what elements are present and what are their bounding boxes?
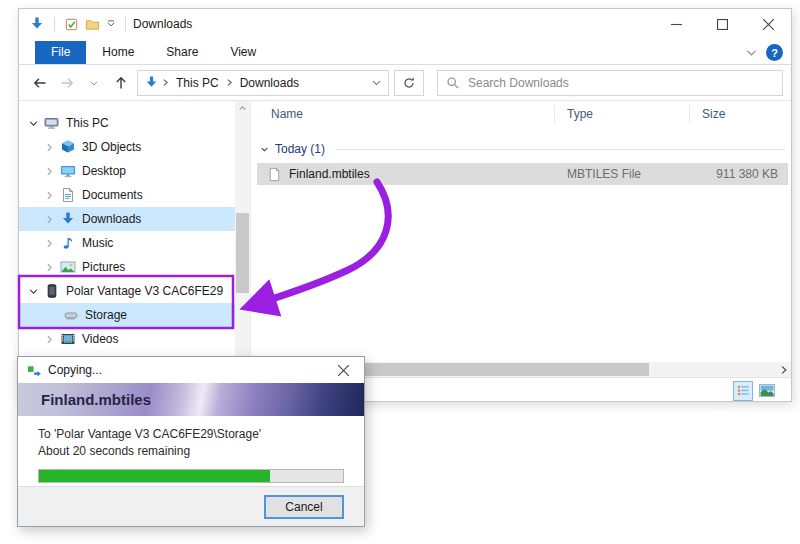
- document-icon: [60, 187, 76, 203]
- chevron-right-icon[interactable]: [43, 237, 56, 250]
- sidebar-item-label: Polar Vantage V3 CAC6FE29: [63, 284, 223, 298]
- tab-share[interactable]: Share: [150, 41, 214, 64]
- scroll-right-icon[interactable]: [776, 362, 791, 377]
- qat-dropdown-icon[interactable]: [106, 19, 116, 29]
- column-headers: Name Type Size: [251, 101, 791, 127]
- chevron-right-icon[interactable]: [43, 189, 56, 202]
- copying-file-name: Finland.mbtiles: [41, 391, 151, 408]
- forward-button[interactable]: [56, 72, 78, 94]
- sidebar-item-label: Desktop: [79, 164, 126, 178]
- explorer-window: Downloads File Home Share View ? This PC…: [18, 8, 792, 402]
- thumbnail-view-button[interactable]: [757, 381, 777, 401]
- search-box: [437, 70, 783, 96]
- close-button[interactable]: [745, 9, 791, 39]
- file-row-finland-mbtiles[interactable]: Finland.mbtiles MBTILES File 911 380 KB: [257, 163, 788, 185]
- ribbon-tabs: File Home Share View ?: [19, 39, 791, 65]
- group-label: Today (1): [275, 142, 325, 156]
- copy-dialog-banner: Finland.mbtiles: [18, 383, 364, 416]
- progress-fill: [39, 470, 270, 482]
- file-type: MBTILES File: [557, 167, 694, 181]
- sidebar-item-polar-vantage[interactable]: Polar Vantage V3 CAC6FE29: [19, 279, 235, 303]
- music-note-icon: [60, 235, 76, 251]
- portable-device-icon: [44, 283, 60, 299]
- sidebar-item-label: Pictures: [79, 260, 125, 274]
- group-divider: [336, 149, 785, 150]
- file-icon: [267, 167, 282, 182]
- chevron-right-icon[interactable]: [43, 333, 56, 346]
- chevron-down-icon[interactable]: [27, 285, 40, 298]
- chevron-right-icon[interactable]: [43, 213, 56, 226]
- sidebar-item-label: Storage: [82, 308, 127, 322]
- help-icon[interactable]: ?: [766, 44, 783, 61]
- scroll-up-icon[interactable]: [235, 101, 250, 116]
- sidebar-item-label: Documents: [79, 188, 143, 202]
- sidebar-scrollbar[interactable]: [235, 101, 250, 377]
- sidebar-item-pictures[interactable]: Pictures: [19, 255, 235, 279]
- title-bar: Downloads: [19, 9, 791, 39]
- details-view-button[interactable]: [733, 381, 753, 401]
- copy-dialog-title-bar: Copying...: [18, 357, 364, 383]
- chevron-right-icon[interactable]: [43, 141, 56, 154]
- maximize-button[interactable]: [699, 9, 745, 39]
- expand-ribbon-icon[interactable]: [745, 46, 758, 59]
- address-dropdown-icon[interactable]: [371, 77, 382, 88]
- copy-destination: To 'Polar Vantage V3 CAC6FE29\Storage': [38, 426, 344, 443]
- chevron-right-icon[interactable]: [43, 165, 56, 178]
- recent-locations-icon[interactable]: [83, 72, 105, 94]
- sidebar-item-documents[interactable]: Documents: [19, 183, 235, 207]
- tab-view[interactable]: View: [214, 41, 272, 64]
- breadcrumb-this-pc[interactable]: This PC: [172, 76, 223, 90]
- group-header-today[interactable]: Today (1): [259, 139, 785, 159]
- column-header-name[interactable]: Name: [251, 105, 555, 123]
- sidebar-item-label: Videos: [79, 332, 118, 346]
- downloads-icon: [60, 211, 76, 227]
- copy-dialog-footer: Cancel: [18, 486, 364, 526]
- pictures-icon: [60, 259, 76, 275]
- file-size: 911 380 KB: [694, 167, 788, 181]
- sidebar-item-3d-objects[interactable]: 3D Objects: [19, 135, 235, 159]
- divider: [125, 17, 126, 31]
- sidebar-item-downloads[interactable]: Downloads: [19, 207, 235, 231]
- sidebar-item-this-pc[interactable]: This PC: [19, 111, 235, 135]
- sidebar-item-videos[interactable]: Videos: [19, 327, 235, 351]
- chevron-right-icon[interactable]: [43, 261, 56, 274]
- column-header-type[interactable]: Type: [555, 105, 690, 123]
- sidebar-item-desktop[interactable]: Desktop: [19, 159, 235, 183]
- window-title: Downloads: [133, 17, 192, 31]
- computer-icon: [44, 115, 60, 131]
- sidebar-item-label: This PC: [63, 116, 109, 130]
- breadcrumb-downloads[interactable]: Downloads: [236, 76, 303, 90]
- file-list-pane: Name Type Size Today (1) Finland.mbtiles…: [250, 101, 791, 377]
- up-button[interactable]: [110, 72, 132, 94]
- back-button[interactable]: [29, 72, 51, 94]
- videos-icon: [60, 331, 76, 347]
- refresh-icon: [402, 76, 416, 90]
- thumbnail-view-icon: [759, 384, 775, 397]
- downloads-window-icon: [29, 16, 45, 32]
- refresh-button[interactable]: [394, 70, 424, 96]
- qat-checkbox-icon[interactable]: [64, 17, 79, 32]
- sidebar-scrollbar-thumb[interactable]: [236, 213, 249, 293]
- sidebar-item-label: Music: [79, 236, 113, 250]
- address-bar[interactable]: This PC Downloads: [137, 70, 389, 96]
- navigation-pane: This PC 3D Objects Desktop Documents Dow: [19, 101, 235, 377]
- 3d-cube-icon: [60, 139, 76, 155]
- chevron-down-icon[interactable]: [27, 117, 40, 130]
- tab-file[interactable]: File: [35, 41, 86, 64]
- dialog-close-button[interactable]: [330, 357, 356, 383]
- qat-folder-icon[interactable]: [85, 17, 100, 32]
- downloads-folder-icon: [144, 75, 159, 90]
- group-collapse-icon[interactable]: [259, 144, 270, 155]
- sidebar-item-music[interactable]: Music: [19, 231, 235, 255]
- tab-home[interactable]: Home: [86, 41, 150, 64]
- copy-dialog: Copying... Finland.mbtiles To 'Polar Van…: [17, 356, 365, 527]
- sidebar-item-storage[interactable]: Storage: [19, 303, 235, 327]
- cancel-button[interactable]: Cancel: [264, 495, 344, 519]
- search-input[interactable]: [468, 76, 774, 90]
- minimize-button[interactable]: [653, 9, 699, 39]
- copying-icon: [27, 363, 42, 378]
- column-header-size[interactable]: Size: [690, 105, 791, 123]
- file-name: Finland.mbtiles: [289, 167, 370, 181]
- storage-drive-icon: [63, 307, 79, 323]
- sidebar-item-label: 3D Objects: [79, 140, 141, 154]
